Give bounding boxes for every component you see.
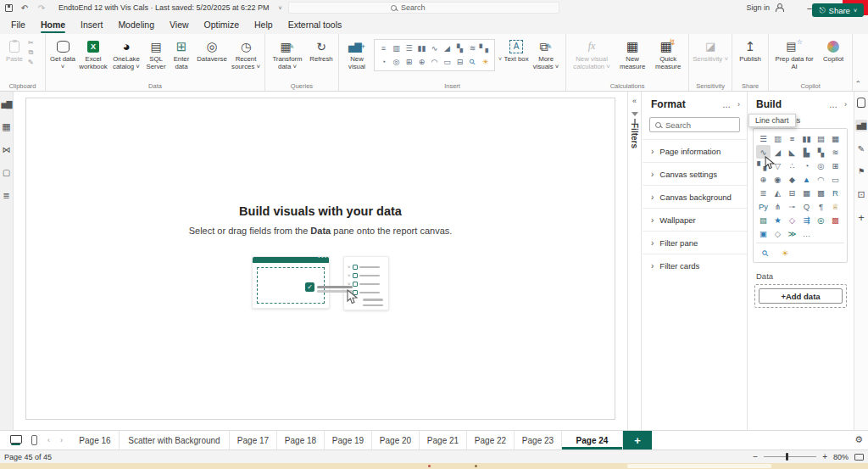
visual-matrix[interactable]: ▩ xyxy=(814,186,828,199)
visual-card[interactable]: ▭ xyxy=(828,172,843,186)
new-visual-calculation-button[interactable]: New visual calculation ˅ xyxy=(569,36,615,71)
get-more-visuals-icon[interactable]: ☀ xyxy=(779,246,791,260)
page-tab-19[interactable]: Page 19 xyxy=(325,431,372,449)
visual-key-influencers[interactable]: ⊸ xyxy=(785,199,799,213)
gallery-clustered-column-icon[interactable]: ▮▮ xyxy=(415,42,428,55)
visual-qa[interactable]: Q xyxy=(799,199,814,213)
visual-decomposition-tree[interactable]: ⋔ xyxy=(771,199,785,213)
zoom-slider-thumb[interactable] xyxy=(786,453,788,461)
paste-button[interactable]: Paste xyxy=(3,36,26,64)
visual-clustered-bar-chart[interactable]: ≡ xyxy=(785,131,799,145)
visual-line-clustered-column-chart[interactable]: ▚ xyxy=(814,145,828,159)
visual-clustered-column-chart[interactable]: ▮▮ xyxy=(799,131,814,145)
visual-scatter-chart[interactable]: ∴ xyxy=(785,159,799,172)
selection-pane-icon[interactable] xyxy=(855,188,867,200)
gallery-more-icon[interactable]: ☀ xyxy=(479,55,492,69)
title-caret-icon[interactable]: ˅ xyxy=(279,5,282,11)
share-button[interactable]: ⎋ Share ˅ xyxy=(812,3,864,17)
page-tab-18[interactable]: Page 18 xyxy=(277,431,325,449)
publish-button[interactable]: Publish xyxy=(735,36,765,64)
visual-gauge[interactable]: ◠ xyxy=(814,172,828,186)
model-view-icon[interactable] xyxy=(1,144,12,155)
visual-kpi[interactable]: ◭ xyxy=(771,186,785,199)
gallery-slicer-icon[interactable]: ⊟ xyxy=(453,55,466,69)
collapse-ribbon-icon[interactable]: ⌃ xyxy=(854,80,861,88)
gallery-card-icon[interactable]: ▭ xyxy=(441,55,453,69)
desktop-layout-icon[interactable] xyxy=(10,435,21,445)
visual-multi-row-card[interactable]: ≣ xyxy=(756,186,771,199)
dax-query-view-icon[interactable] xyxy=(1,167,12,178)
visual-shape-map[interactable]: ◆ xyxy=(785,172,799,186)
report-page[interactable]: Build visuals with your data Select or d… xyxy=(25,98,615,420)
menu-view[interactable]: View xyxy=(162,15,197,34)
build-pane-more-icon[interactable]: … xyxy=(829,100,837,109)
gallery-treemap-icon[interactable]: ⊞ xyxy=(403,55,415,69)
visual-r-script[interactable]: R xyxy=(828,186,843,199)
visual-100-stacked-column-chart[interactable]: ▦ xyxy=(828,131,843,145)
menu-external-tools[interactable]: External tools xyxy=(281,15,350,34)
expand-filters-icon[interactable]: « xyxy=(632,97,637,105)
new-visual-button[interactable]: New visual xyxy=(342,36,372,71)
gallery-dropdown-icon[interactable]: ˅ xyxy=(498,56,502,62)
format-pane-collapse-icon[interactable]: › xyxy=(737,100,740,109)
visual-stacked-area-chart[interactable]: ◣ xyxy=(785,145,799,159)
visual-more-options[interactable]: … xyxy=(799,226,814,240)
visual-goals[interactable]: ◎ xyxy=(814,213,828,226)
page-tab-20[interactable]: Page 20 xyxy=(372,431,420,449)
visual-100-stacked-bar-chart[interactable]: ▤ xyxy=(814,131,828,145)
menu-modeling[interactable]: Modeling xyxy=(110,15,162,34)
format-section-canvas-settings[interactable]: Canvas settings xyxy=(643,162,747,185)
text-box-button[interactable]: Text box xyxy=(504,36,529,64)
gallery-clustered-bar-icon[interactable]: ☰ xyxy=(403,42,415,55)
sign-in-link[interactable]: Sign in xyxy=(746,3,770,12)
more-visuals-button[interactable]: More visuals ˅ xyxy=(529,36,563,71)
visual-map[interactable]: ⊕ xyxy=(756,172,771,186)
add-data-button[interactable]: +Add data xyxy=(759,288,843,304)
get-data-button[interactable]: Get data ˅ xyxy=(48,36,77,71)
visual-pie-chart[interactable]: ◔ xyxy=(799,159,814,172)
tmdl-view-icon[interactable] xyxy=(1,190,12,201)
visual-power-automate[interactable]: ⇶ xyxy=(799,213,814,226)
global-search-input[interactable]: Search xyxy=(288,2,559,14)
gallery-waterfall-icon[interactable]: ▘▖ xyxy=(479,42,492,55)
zoom-out-icon[interactable]: − xyxy=(753,452,758,461)
visual-custom-1[interactable]: ▩ xyxy=(828,213,843,226)
page-tab-scatter[interactable]: Scatter with Background xyxy=(120,431,230,449)
dataverse-button[interactable]: Dataverse xyxy=(194,36,230,71)
gallery-line-chart-icon[interactable]: ∿ xyxy=(428,42,441,55)
new-measure-button[interactable]: New measure xyxy=(615,36,650,71)
copy-icon[interactable]: ⧉ xyxy=(28,48,34,57)
page-tab-23[interactable]: Page 23 xyxy=(515,431,562,449)
visual-python[interactable]: Py xyxy=(756,199,771,213)
gallery-gauge-icon[interactable]: ◠ xyxy=(428,55,441,69)
mobile-layout-icon[interactable] xyxy=(31,435,37,445)
visual-custom-2[interactable]: ▣ xyxy=(756,226,771,240)
visual-azure-map[interactable]: ▲ xyxy=(799,172,814,186)
sql-server-button[interactable]: SQL Server xyxy=(143,36,169,71)
visual-custom-3[interactable]: ≫ xyxy=(785,226,799,240)
excel-workbook-button[interactable]: Excel workbook xyxy=(77,36,109,71)
gallery-stacked-column-icon[interactable]: ▥ xyxy=(390,42,403,55)
table-view-icon[interactable] xyxy=(1,121,12,132)
page-tab-22[interactable]: Page 22 xyxy=(467,431,515,449)
format-pane-more-icon[interactable]: … xyxy=(722,100,731,109)
prep-data-ai-button[interactable]: Prep data for AI xyxy=(771,36,817,71)
visual-line-stacked-column-chart[interactable]: ▙ xyxy=(799,145,814,159)
undo-icon[interactable]: ↶ xyxy=(19,3,30,13)
save-icon[interactable] xyxy=(5,4,13,12)
visual-treemap[interactable]: ⊞ xyxy=(828,159,843,172)
format-section-filter-pane[interactable]: Filter pane xyxy=(643,231,747,254)
prev-page-icon[interactable]: ‹ xyxy=(47,436,50,444)
format-section-filter-cards[interactable]: Filter cards xyxy=(643,254,747,276)
refresh-button[interactable]: Refresh xyxy=(307,36,336,71)
page-tab-17[interactable]: Page 17 xyxy=(230,431,277,449)
menu-file[interactable]: File xyxy=(3,15,33,34)
sensitivity-button[interactable]: Sensitivity ˅ xyxy=(692,36,729,64)
visual-filled-map[interactable]: ◉ xyxy=(771,172,785,186)
visual-table[interactable]: ▦ xyxy=(799,186,814,199)
menu-home[interactable]: Home xyxy=(33,15,73,34)
menu-insert[interactable]: Insert xyxy=(73,15,110,34)
zoom-slider[interactable] xyxy=(764,456,816,457)
settings-gear-icon[interactable]: ⚙ xyxy=(854,434,863,445)
visual-slicer[interactable]: ⊟ xyxy=(785,186,799,199)
